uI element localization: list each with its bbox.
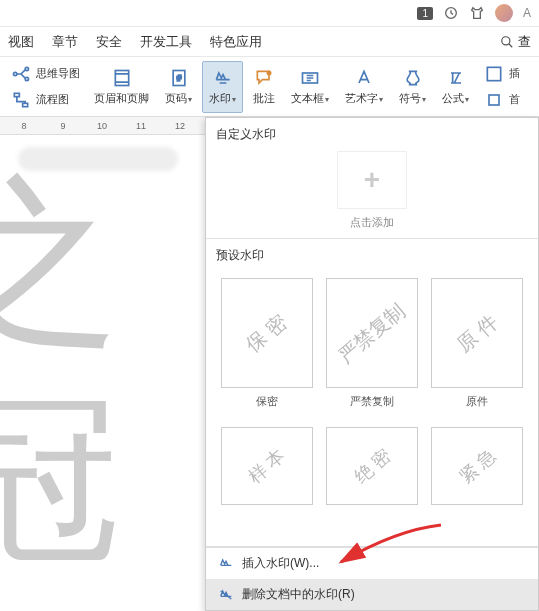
annotation-label: 批注: [253, 91, 275, 106]
menu-devtools[interactable]: 开发工具: [140, 33, 192, 51]
mindmap-icon: [10, 63, 32, 85]
page-number-label: 页码: [165, 92, 187, 104]
preset-nocopy[interactable]: 严禁复制: [326, 278, 418, 388]
insert-icon: [483, 63, 505, 85]
user-letter: A: [523, 6, 531, 20]
ruler-mark: 10: [90, 121, 114, 131]
insert-button[interactable]: 插: [483, 62, 520, 86]
search-button[interactable]: 查: [500, 33, 531, 51]
chevron-down-icon: ▾: [422, 95, 426, 104]
svg-rect-12: [487, 67, 500, 80]
chevron-down-icon: ▾: [232, 95, 236, 104]
preset-sample[interactable]: 样 本: [221, 427, 313, 505]
ruler-mark: 8: [12, 121, 36, 131]
document-watermark: 之 冠: [0, 155, 120, 587]
preset-label: 严禁复制: [326, 394, 418, 409]
watermark-label: 水印: [209, 92, 231, 104]
add-watermark-button[interactable]: +: [337, 151, 407, 209]
preset-original[interactable]: 原 件: [431, 278, 523, 388]
flowchart-label: 流程图: [36, 92, 69, 107]
plus-icon: +: [364, 164, 380, 196]
document-area[interactable]: 之 冠: [0, 135, 205, 611]
preset-text: 保 密: [241, 308, 293, 358]
ribbon-diagrams: 思维导图 流程图: [6, 60, 84, 114]
notification-badge[interactable]: 1: [417, 7, 433, 20]
search-icon: [500, 35, 514, 49]
flowchart-icon: [10, 89, 32, 111]
chevron-down-icon: ▾: [379, 95, 383, 104]
chevron-down-icon: ▾: [465, 95, 469, 104]
remove-watermark-icon: [218, 587, 234, 603]
ruler-mark: 12: [168, 121, 192, 131]
menu-chapter[interactable]: 章节: [52, 33, 78, 51]
custom-watermark-title: 自定义水印: [206, 118, 538, 147]
page-number-icon: #: [168, 67, 190, 89]
wordart-button[interactable]: 艺术字▾: [339, 61, 389, 113]
textbox-label: 文本框: [291, 92, 324, 104]
preset-text: 绝 密: [349, 444, 395, 488]
svg-rect-7: [115, 71, 128, 86]
insert-watermark-menuitem[interactable]: 插入水印(W)...: [206, 548, 538, 579]
watermark-icon: [212, 67, 234, 89]
svg-point-10: [267, 71, 270, 74]
page-number-button[interactable]: # 页码▾: [159, 61, 198, 113]
titlebar: 1 A: [0, 0, 539, 27]
textbox-icon: [299, 67, 321, 89]
mindmap-label: 思维导图: [36, 66, 80, 81]
svg-rect-5: [14, 93, 19, 96]
menu-view[interactable]: 视图: [8, 33, 34, 51]
mindmap-button[interactable]: 思维导图: [10, 62, 80, 86]
remove-watermark-label: 删除文档中的水印(R): [242, 586, 355, 603]
header-footer-icon: [111, 67, 133, 89]
svg-text:#: #: [176, 73, 181, 83]
watermark-button[interactable]: 水印▾: [202, 61, 243, 113]
ruler-mark: 11: [129, 121, 153, 131]
preset-label: 原件: [431, 394, 523, 409]
ribbon-insert-group: 插 首: [479, 60, 524, 114]
symbol-label: 符号: [399, 92, 421, 104]
annotation-button[interactable]: 批注: [247, 61, 281, 113]
skin-icon[interactable]: [469, 5, 485, 21]
svg-point-4: [25, 77, 28, 80]
watermark-char-2: 冠: [0, 371, 120, 587]
formula-button[interactable]: 公式▾: [436, 61, 475, 113]
svg-point-2: [14, 72, 17, 75]
preset-text: 样 本: [243, 444, 289, 488]
menu-special[interactable]: 特色应用: [210, 33, 262, 51]
flowchart-button[interactable]: 流程图: [10, 88, 69, 112]
svg-point-3: [25, 67, 28, 70]
header-footer-button[interactable]: 页眉和页脚: [88, 61, 155, 113]
annotation-icon: [253, 67, 275, 89]
chevron-down-icon: ▾: [325, 95, 329, 104]
ruler-mark: 9: [51, 121, 75, 131]
preset-confidential[interactable]: 保 密: [221, 278, 313, 388]
wordart-icon: [353, 67, 375, 89]
header-footer-label: 页眉和页脚: [94, 91, 149, 106]
preset-topsecret[interactable]: 绝 密: [326, 427, 418, 505]
menubar: 视图 章节 安全 开发工具 特色应用 查: [0, 27, 539, 57]
sync-icon[interactable]: [443, 5, 459, 21]
chevron-down-icon: ▾: [188, 95, 192, 104]
avatar[interactable]: [495, 4, 513, 22]
svg-rect-6: [23, 103, 28, 106]
remove-watermark-menuitem[interactable]: 删除文档中的水印(R): [206, 579, 538, 610]
textbox-button[interactable]: 文本框▾: [285, 61, 335, 113]
preset-text: 紧 急: [454, 444, 500, 488]
attachment-icon: [483, 89, 505, 111]
preset-label: 保密: [221, 394, 313, 409]
preset-watermark-title: 预设水印: [206, 239, 538, 268]
insert-extra-label: 首: [509, 92, 520, 107]
formula-icon: [445, 67, 467, 89]
preset-text: 严禁复制: [333, 297, 412, 369]
symbol-button[interactable]: 符号▾: [393, 61, 432, 113]
watermark-dropdown-panel: 自定义水印 + 点击添加 预设水印 保 密 严禁复制 原 件 保密 严禁复制 原…: [205, 117, 539, 611]
preset-urgent[interactable]: 紧 急: [431, 427, 523, 505]
symbol-icon: [402, 67, 424, 89]
search-label: 查: [518, 33, 531, 51]
preset-labels-1: 保密 严禁复制 原件: [206, 392, 538, 417]
svg-point-1: [502, 36, 510, 44]
insert-extra-button[interactable]: 首: [483, 88, 520, 112]
preset-row-2: 样 本 绝 密 紧 急: [206, 417, 538, 509]
watermark-icon: [218, 556, 234, 572]
menu-security[interactable]: 安全: [96, 33, 122, 51]
